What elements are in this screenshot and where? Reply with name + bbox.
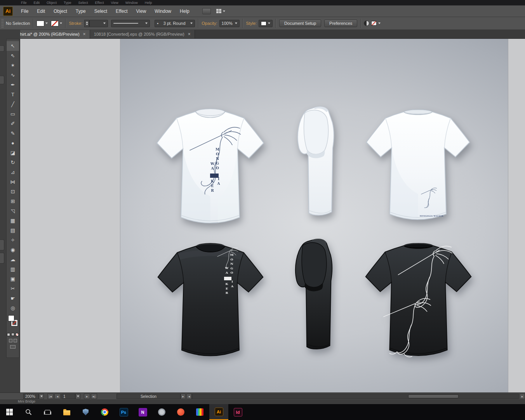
pencil-tool[interactable]: ✎ [7,128,19,138]
panel-grip[interactable] [2,19,3,28]
background-menu-item[interactable]: Window [125,1,138,5]
symbol-sprayer-tool[interactable]: ☁ [7,255,19,264]
arrange-documents-button[interactable] [216,9,225,13]
zoom-field[interactable]: 200% [23,394,39,399]
menu-view[interactable]: View [132,5,151,17]
file-explorer-button[interactable] [57,404,76,420]
menu-edit[interactable]: Edit [33,5,49,17]
chevron-down-icon[interactable] [378,23,381,24]
scroll-right-button[interactable]: ▸ [520,394,525,399]
orange-app-button[interactable] [171,404,190,420]
eraser-tool[interactable]: ◪ [7,148,19,158]
width-tool[interactable]: ⋈ [7,177,19,187]
tshirt-black-back[interactable] [362,238,475,362]
security-app-button[interactable] [76,404,95,420]
tshirt-black-side[interactable] [290,236,342,360]
zoom-tool[interactable]: ◎ [7,303,19,313]
collapsed-panel-tab[interactable] [0,253,4,264]
close-icon[interactable]: × [188,31,191,37]
media-app-button[interactable] [190,404,209,420]
free-transform-tool[interactable]: ⊡ [7,187,19,196]
chrome-button[interactable] [95,404,114,420]
pasteboard[interactable]: MONGO WA KER IA [20,39,525,392]
artboard-number-field[interactable]: 1 [61,394,75,399]
menu-type[interactable]: Type [71,5,90,17]
gradient-tool[interactable]: ▤ [7,226,19,235]
artboard[interactable]: MONGO WA KER IA [120,39,508,392]
opacity-panel-link[interactable]: Opacity: [202,21,217,26]
column-graph-tool[interactable]: ▥ [7,264,19,274]
stroke-color-swatch[interactable] [51,21,59,26]
slice-tool[interactable]: ✂ [7,284,19,293]
scrollbar-thumb[interactable] [408,394,459,398]
artboard-dropdown-button[interactable] [75,394,80,399]
previous-artboard-button[interactable]: ◂ [54,394,61,399]
onenote-button[interactable]: N [133,404,152,420]
artboard-tool[interactable]: ▣ [7,274,19,284]
rectangle-tool[interactable]: ▭ [7,109,19,119]
recolor-artwork-icon[interactable] [364,21,369,26]
background-menu-item[interactable]: Select [78,1,88,5]
background-menu-item[interactable]: Effect [95,1,104,5]
line-tool[interactable]: ╱ [7,99,19,109]
type-tool[interactable]: T [7,90,19,99]
background-menu-item[interactable]: File [21,1,27,5]
last-artboard-button[interactable]: ▸| [91,394,97,399]
menu-select[interactable]: Select [90,5,111,17]
paintbrush-tool[interactable]: ✐ [7,119,19,128]
tshirt-black-front[interactable]: MONGO WA KER IA [154,239,267,362]
tshirt-white-front[interactable]: MONGO WA KER IA [153,104,267,229]
stroke-panel-link[interactable]: Stroke: [69,21,82,26]
collapsed-panel-tab[interactable] [0,45,4,52]
background-menu-item[interactable]: Object [47,1,57,5]
style-dropdown[interactable] [259,20,273,27]
none-button[interactable] [16,333,19,336]
collapsed-panel-tab[interactable] [0,240,4,250]
direct-selection-tool[interactable]: ⇖ [7,51,19,61]
stroke-weight-stepper[interactable] [84,20,89,27]
scroll-left-button[interactable]: ◂ [186,394,192,399]
task-view-button[interactable] [38,404,57,420]
rotate-tool[interactable]: ↻ [7,158,19,167]
menu-object[interactable]: Object [49,5,71,17]
brush-definition-dropdown[interactable] [111,20,150,27]
status-field[interactable]: Selection [116,394,181,399]
stroke-weight-dropdown[interactable] [89,20,108,27]
hand-tool[interactable]: ☛ [7,293,19,303]
taskbar-search-button[interactable] [19,404,38,420]
draw-normal-icon[interactable] [9,339,12,342]
background-menu-item[interactable]: Help [145,1,152,5]
shape-builder-tool[interactable]: ⊞ [7,196,19,206]
indesign-button[interactable]: Id [228,404,247,420]
menu-help[interactable]: Help [176,5,194,17]
fill-swatch[interactable] [8,315,14,321]
illustrator-button[interactable]: Ai [209,404,228,420]
blend-tool[interactable]: ◉ [7,245,19,255]
preferences-button[interactable]: Preferences [324,19,357,27]
scale-tool[interactable]: ⊿ [7,167,19,177]
tab-t-shirt[interactable]: t shirt.ai* @ 200% (RGB/Preview) × [12,30,90,38]
color-button[interactable] [7,333,10,336]
close-icon[interactable]: × [83,31,86,37]
blob-brush-tool[interactable]: ● [7,138,19,148]
fill-color-swatch[interactable] [37,21,44,26]
opacity-dropdown[interactable]: 100% [219,20,240,27]
go-to-bridge-icon[interactable] [202,8,211,14]
style-panel-link[interactable]: Style: [246,21,257,26]
next-artboard-button[interactable]: ▸ [84,394,90,399]
photoshop-button[interactable]: Ps [114,404,133,420]
document-setup-button[interactable]: Document Setup [279,19,321,27]
tab-converted-eps[interactable]: 10818 [Converted].eps @ 205% (RGB/Previe… [90,30,195,38]
mesh-tool[interactable]: ▦ [7,216,19,226]
background-menu-item[interactable]: Type [64,1,71,5]
mini-bridge-panel-tab[interactable]: Mini Bridge [18,399,35,403]
menu-effect[interactable]: Effect [111,5,132,17]
draw-behind-icon[interactable] [14,339,17,342]
status-proxy-button[interactable]: ▸ [181,394,186,399]
stroke-color-control[interactable] [51,21,62,26]
start-button[interactable] [0,404,19,420]
first-artboard-button[interactable]: |◂ [47,394,54,399]
magic-wand-tool[interactable]: ✶ [7,61,19,70]
variable-width-profile-dropdown[interactable]: • 3 pt. Round [155,20,195,27]
tshirt-white-back[interactable]: MONGOLIA WALKER [363,104,473,226]
